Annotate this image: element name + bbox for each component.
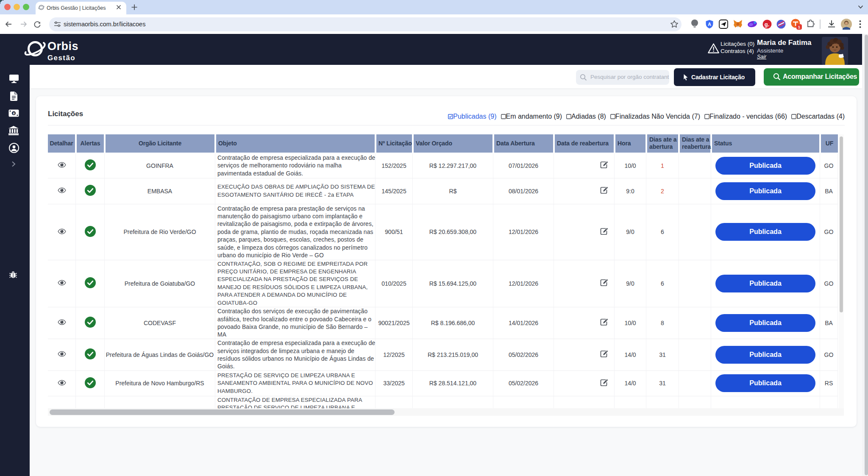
svg-text:e: e — [13, 111, 15, 115]
svg-text:1: 1 — [798, 25, 801, 29]
svg-text:g.: g. — [765, 21, 770, 28]
svg-text:A: A — [708, 22, 711, 27]
